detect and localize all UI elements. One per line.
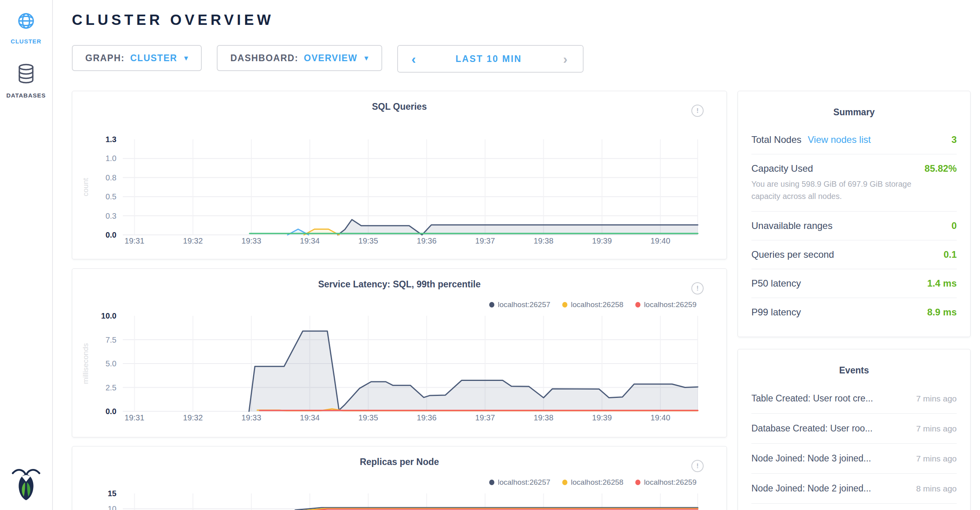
dashboard-dropdown-label: DASHBOARD: xyxy=(230,53,298,64)
summary-row-label: Capacity Used xyxy=(751,163,813,174)
x-tick-label: 19:33 xyxy=(242,236,261,245)
time-range-next-button[interactable]: › xyxy=(548,46,583,72)
x-tick-label: 19:31 xyxy=(125,413,145,422)
y-axis-unit-label: count xyxy=(81,178,90,196)
summary-row: P50 latency1.4 ms xyxy=(751,269,957,298)
event-row: Database Created: User roo...7 mins ago xyxy=(751,414,957,444)
graph-dropdown-value: CLUSTER xyxy=(130,53,177,64)
globe-icon xyxy=(15,10,37,33)
y-tick-label: 15 xyxy=(108,489,116,498)
y-tick-label: 2.5 xyxy=(105,383,116,392)
event-text: Node Joined: Node 3 joined... xyxy=(751,453,871,464)
chevron-down-icon: ▾ xyxy=(184,54,189,62)
x-tick-label: 19:38 xyxy=(534,236,554,245)
chart-canvas[interactable]: 10.07.55.02.50.019:3119:3219:3319:3419:3… xyxy=(72,269,727,438)
summary-row: Queries per second0.1 xyxy=(751,240,957,269)
sidebar-item-databases[interactable]: DATABASES xyxy=(6,63,46,99)
events-panel: Events Table Created: User root cre...7 … xyxy=(738,349,971,510)
charts-column: SQL Queries ! 1.31.00.80.50.30.019:3119:… xyxy=(72,91,727,510)
event-text: Table Created: User root cre... xyxy=(751,393,873,404)
time-range-prev-button[interactable]: ‹ xyxy=(398,46,430,72)
dashboard-dropdown-value: OVERVIEW xyxy=(304,53,358,64)
dashboard-content: SQL Queries ! 1.31.00.80.50.30.019:3119:… xyxy=(72,91,971,510)
event-timestamp: 7 mins ago xyxy=(916,394,957,403)
events-title: Events xyxy=(751,365,957,376)
x-tick-label: 19:40 xyxy=(651,236,670,245)
chart-card-replicas-per-node: Replicas per Node ! localhost:26257local… xyxy=(72,446,727,510)
summary-row-line: Total NodesView nodes list3 xyxy=(751,134,957,145)
y-tick-label: 0.0 xyxy=(105,231,116,239)
y-tick-label: 7.5 xyxy=(105,336,116,344)
x-tick-label: 19:38 xyxy=(534,413,554,422)
event-timestamp: 7 mins ago xyxy=(916,454,957,463)
x-tick-label: 19:37 xyxy=(475,236,495,245)
x-tick-label: 19:37 xyxy=(475,413,495,422)
x-tick-label: 19:36 xyxy=(417,236,437,245)
series-area-localhost:26257 xyxy=(249,331,698,411)
summary-row-value: 0 xyxy=(952,220,957,231)
event-rows: Table Created: User root cre...7 mins ag… xyxy=(751,384,957,510)
main-content: CLUSTER OVERVIEW GRAPH: CLUSTER ▾ DASHBO… xyxy=(53,0,980,510)
y-tick-label: 1.3 xyxy=(105,135,116,144)
event-text: Node Joined: Node 2 joined... xyxy=(751,483,871,494)
x-tick-label: 19:35 xyxy=(359,236,378,245)
chart-card-sql-queries: SQL Queries ! 1.31.00.80.50.30.019:3119:… xyxy=(72,91,727,259)
right-column: Summary Total NodesView nodes list3Capac… xyxy=(738,91,971,510)
summary-row-label: Queries per second xyxy=(751,249,834,260)
y-tick-label: 0.8 xyxy=(105,173,116,182)
event-timestamp: 7 mins ago xyxy=(916,424,957,433)
x-tick-label: 19:34 xyxy=(300,236,320,245)
event-row: Node Joined: Node 2 joined...8 mins ago xyxy=(751,474,957,504)
summary-row-line: P50 latency1.4 ms xyxy=(751,278,957,289)
graph-dropdown[interactable]: GRAPH: CLUSTER ▾ xyxy=(72,45,202,71)
dashboard-dropdown[interactable]: DASHBOARD: OVERVIEW ▾ xyxy=(217,45,382,71)
database-icon xyxy=(16,63,36,87)
x-tick-label: 19:39 xyxy=(592,236,612,245)
summary-row-value: 3 xyxy=(952,134,957,145)
graph-dropdown-label: GRAPH: xyxy=(85,53,125,64)
chevron-down-icon: ▾ xyxy=(364,54,369,62)
y-tick-label: 10 xyxy=(108,504,116,510)
summary-row-line: P99 latency8.9 ms xyxy=(751,307,957,318)
summary-row: Total NodesView nodes list3 xyxy=(751,126,957,154)
series-area-navy xyxy=(338,219,698,235)
chart-canvas[interactable]: 1.31.00.80.50.30.019:3119:3219:3319:3419… xyxy=(72,91,727,260)
chart-card-service-latency: Service Latency: SQL, 99th percentile ! … xyxy=(72,268,727,437)
summary-row: Unavailable ranges0 xyxy=(751,211,957,240)
sidebar-item-label: CLUSTER xyxy=(11,38,41,45)
event-row: Node Joined: Node 1 joined...8 mins ago xyxy=(751,504,957,510)
event-row: Table Created: User root cre...7 mins ag… xyxy=(751,384,957,414)
x-tick-label: 19:33 xyxy=(242,413,261,422)
summary-row-line: Unavailable ranges0 xyxy=(751,220,957,231)
summary-row-label: P50 latency xyxy=(751,278,801,289)
summary-row-value: 85.82% xyxy=(925,163,957,174)
summary-row-value: 0.1 xyxy=(944,249,957,260)
sidebar-item-label: DATABASES xyxy=(6,92,46,99)
cockroachdb-logo[interactable] xyxy=(11,467,41,502)
event-text: Database Created: User roo... xyxy=(751,423,873,434)
x-tick-label: 19:35 xyxy=(359,413,378,422)
summary-rows: Total NodesView nodes list3Capacity Used… xyxy=(751,126,957,326)
x-tick-label: 19:32 xyxy=(183,236,203,245)
sidebar-item-cluster[interactable]: CLUSTER xyxy=(11,10,41,45)
summary-row-label: Unavailable ranges xyxy=(751,220,832,231)
chart-canvas[interactable]: 151019:3119:3219:3319:3419:3519:3619:371… xyxy=(72,446,727,510)
x-tick-label: 19:39 xyxy=(592,413,612,422)
y-tick-label: 0.5 xyxy=(105,192,116,201)
y-tick-label: 0.3 xyxy=(105,212,116,220)
summary-row: Capacity Used85.82%You are using 598.9 G… xyxy=(751,154,957,211)
page-title: CLUSTER OVERVIEW xyxy=(72,12,274,28)
event-timestamp: 8 mins ago xyxy=(916,484,957,493)
x-tick-label: 19:32 xyxy=(183,413,203,422)
time-range-value[interactable]: LAST 10 MIN xyxy=(430,46,548,72)
y-tick-label: 5.0 xyxy=(105,359,116,368)
summary-row: P99 latency8.9 ms xyxy=(751,298,957,326)
summary-row-line: Queries per second0.1 xyxy=(751,249,957,260)
y-axis-unit-label: milliseconds xyxy=(81,343,90,384)
y-tick-label: 1.0 xyxy=(105,154,116,163)
view-nodes-link[interactable]: View nodes list xyxy=(808,134,871,145)
y-tick-label: 10.0 xyxy=(101,311,116,320)
time-range-selector: ‹ LAST 10 MIN › xyxy=(397,45,584,73)
sidebar: CLUSTER DATABASES xyxy=(0,0,53,510)
x-tick-label: 19:36 xyxy=(417,413,437,422)
